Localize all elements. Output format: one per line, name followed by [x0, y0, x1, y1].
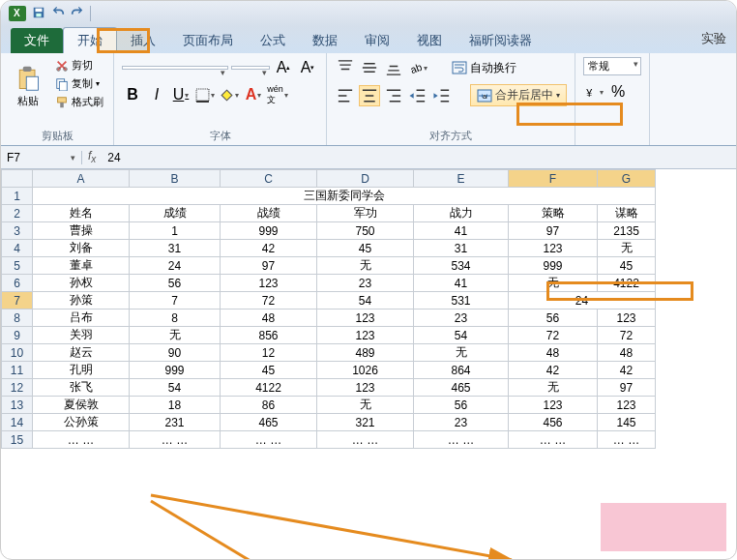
- increase-indent-icon[interactable]: [431, 85, 453, 106]
- header-cell[interactable]: 战绩: [221, 205, 317, 222]
- font-color-button[interactable]: A: [243, 84, 264, 105]
- undo-icon[interactable]: [51, 6, 65, 21]
- table-cell[interactable]: 56: [509, 309, 598, 327]
- align-center-icon[interactable]: [359, 85, 380, 106]
- row-header-9[interactable]: 9: [2, 327, 33, 344]
- table-cell[interactable]: 123: [598, 309, 656, 327]
- table-cell[interactable]: 1: [130, 222, 221, 240]
- table-cell[interactable]: … …: [33, 431, 130, 449]
- font-size-select[interactable]: [231, 66, 270, 70]
- table-cell[interactable]: 864: [414, 362, 509, 379]
- table-cell[interactable]: 42: [598, 362, 656, 379]
- table-cell[interactable]: 无: [130, 327, 221, 344]
- table-cell[interactable]: 无: [598, 240, 656, 257]
- table-cell[interactable]: 231: [130, 414, 221, 431]
- table-cell[interactable]: 465: [221, 414, 317, 431]
- paste-button[interactable]: 粘贴: [9, 57, 47, 115]
- align-left-icon[interactable]: [335, 85, 356, 106]
- table-cell[interactable]: 999: [221, 222, 317, 240]
- table-cell[interactable]: 18: [130, 397, 221, 414]
- select-all-corner[interactable]: [2, 170, 33, 188]
- table-cell[interactable]: … …: [317, 431, 414, 449]
- tab-review[interactable]: 审阅: [351, 28, 403, 53]
- font-family-select[interactable]: [122, 66, 228, 70]
- table-cell[interactable]: 8: [130, 309, 221, 327]
- col-header-F[interactable]: F: [509, 170, 598, 188]
- tab-foxit[interactable]: 福昕阅读器: [456, 28, 545, 53]
- table-cell[interactable]: 2135: [598, 222, 656, 240]
- fx-icon[interactable]: fx: [82, 149, 102, 164]
- tab-file[interactable]: 文件: [11, 28, 63, 53]
- table-cell[interactable]: 123: [317, 309, 414, 327]
- tab-layout[interactable]: 页面布局: [169, 28, 247, 53]
- decrease-indent-icon[interactable]: [407, 85, 428, 106]
- table-cell[interactable]: 72: [598, 327, 656, 344]
- border-button[interactable]: [194, 84, 216, 105]
- table-cell[interactable]: 无: [317, 397, 414, 414]
- increase-font-icon[interactable]: A▴: [273, 57, 294, 78]
- table-cell[interactable]: 97: [221, 257, 317, 275]
- table-cell[interactable]: 54: [130, 379, 221, 397]
- bold-button[interactable]: B: [122, 84, 143, 105]
- table-cell[interactable]: 夏侯敦: [33, 397, 130, 414]
- table-cell[interactable]: 无: [414, 344, 509, 362]
- decrease-font-icon[interactable]: A▾: [297, 57, 318, 78]
- table-cell[interactable]: 534: [414, 257, 509, 275]
- header-cell[interactable]: 军功: [317, 205, 414, 222]
- table-cell[interactable]: 1026: [317, 362, 414, 379]
- table-cell[interactable]: 41: [414, 222, 509, 240]
- table-cell[interactable]: 123: [509, 397, 598, 414]
- table-cell[interactable]: 张飞: [33, 379, 130, 397]
- table-cell[interactable]: 54: [317, 292, 414, 309]
- underline-button[interactable]: U: [170, 84, 192, 105]
- table-cell[interactable]: … …: [598, 431, 656, 449]
- table-cell[interactable]: 4122: [221, 379, 317, 397]
- header-cell[interactable]: 战力: [414, 205, 509, 222]
- table-cell[interactable]: 赵云: [33, 344, 130, 362]
- table-cell[interactable]: 无: [509, 379, 598, 397]
- cut-button[interactable]: 剪切: [53, 57, 105, 74]
- table-cell[interactable]: 856: [221, 327, 317, 344]
- table-cell[interactable]: 42: [221, 240, 317, 257]
- col-header-G[interactable]: G: [598, 170, 656, 188]
- format-painter-button[interactable]: 格式刷: [53, 94, 105, 110]
- table-cell[interactable]: 97: [598, 379, 656, 397]
- table-cell[interactable]: … …: [130, 431, 221, 449]
- spreadsheet-grid[interactable]: ABCDEFG1三国新委同学会2姓名成绩战绩军功战力策略谋略3曹操1999750…: [1, 169, 736, 449]
- table-cell[interactable]: 45: [598, 257, 656, 275]
- table-cell[interactable]: 56: [130, 275, 221, 292]
- table-cell[interactable]: 750: [317, 222, 414, 240]
- header-cell[interactable]: 谋略: [598, 205, 656, 222]
- table-cell[interactable]: 孔明: [33, 362, 130, 379]
- table-cell[interactable]: 23: [414, 414, 509, 431]
- table-cell[interactable]: 曹操: [33, 222, 130, 240]
- table-cell[interactable]: 86: [221, 397, 317, 414]
- table-cell[interactable]: 999: [130, 362, 221, 379]
- row-header-11[interactable]: 11: [2, 362, 33, 379]
- table-cell[interactable]: 123: [317, 379, 414, 397]
- table-cell[interactable]: 12: [221, 344, 317, 362]
- phonetic-button[interactable]: wén文: [267, 84, 288, 105]
- table-cell[interactable]: 56: [414, 397, 509, 414]
- title-cell[interactable]: 三国新委同学会: [33, 188, 656, 205]
- table-cell[interactable]: 145: [598, 414, 656, 431]
- table-cell[interactable]: 489: [317, 344, 414, 362]
- wrap-text-button[interactable]: 自动换行: [446, 58, 522, 78]
- table-cell[interactable]: 刘备: [33, 240, 130, 257]
- table-cell[interactable]: 123: [221, 275, 317, 292]
- table-cell[interactable]: 董卓: [33, 257, 130, 275]
- row-header-5[interactable]: 5: [2, 257, 33, 275]
- col-header-B[interactable]: B: [130, 170, 221, 188]
- table-cell[interactable]: 72: [221, 292, 317, 309]
- col-header-A[interactable]: A: [33, 170, 130, 188]
- table-cell[interactable]: 孙权: [33, 275, 130, 292]
- table-cell[interactable]: 孙策: [33, 292, 130, 309]
- table-cell[interactable]: 31: [414, 240, 509, 257]
- align-bottom-icon[interactable]: [383, 57, 404, 78]
- table-cell[interactable]: 456: [509, 414, 598, 431]
- header-cell[interactable]: 姓名: [33, 205, 130, 222]
- align-top-icon[interactable]: [335, 57, 356, 78]
- table-cell[interactable]: … …: [221, 431, 317, 449]
- fill-color-button[interactable]: [219, 84, 240, 105]
- table-cell[interactable]: 54: [414, 327, 509, 344]
